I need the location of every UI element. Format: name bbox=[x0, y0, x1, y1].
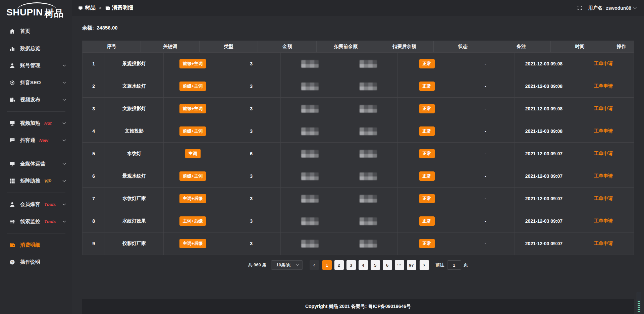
ticket-apply-link[interactable]: 工单申请 bbox=[594, 218, 613, 224]
page-button[interactable]: 3 bbox=[346, 260, 356, 270]
sidebar-item-label: 视频发布 bbox=[20, 97, 40, 103]
table-row: 2 文旅水纹灯 前缀+主词 3 正常 - 2021-12-03 09:08 工单… bbox=[83, 75, 634, 97]
cell-remark: - bbox=[456, 188, 515, 210]
video-camera-icon bbox=[9, 97, 15, 103]
sidebar-item-matrix-boost[interactable]: 矩阵助推 VIP bbox=[0, 172, 72, 190]
balance-value: 24856.00 bbox=[97, 25, 118, 31]
status-badge: 正常 bbox=[419, 149, 435, 158]
sidebar-item-video-heat[interactable]: 视频加热 Hot bbox=[0, 115, 72, 132]
ticket-apply-link[interactable]: 工单申请 bbox=[594, 151, 613, 157]
ticket-apply-link[interactable]: 工单申请 bbox=[594, 106, 613, 112]
cell-keyword: 文旅投影 bbox=[105, 120, 163, 142]
sidebar-item-douketong[interactable]: 抖客通 New bbox=[0, 132, 72, 149]
table-row: 1 景观投影灯 前缀+主词 3 正常 - 2021-12-03 09:08 工单… bbox=[83, 52, 634, 75]
column-header: 扣费后余额 bbox=[375, 41, 433, 52]
chevron-down-icon bbox=[633, 7, 637, 9]
cell-remark: - bbox=[456, 165, 515, 187]
cell-balance-after bbox=[339, 98, 397, 120]
cell-remark: - bbox=[456, 120, 515, 142]
chevron-down-icon bbox=[62, 180, 66, 182]
sidebar-item-account-management[interactable]: 账号管理 bbox=[0, 57, 72, 74]
tools-tag: Tools bbox=[44, 202, 56, 207]
sidebar-item-video-publish[interactable]: 视频发布 bbox=[0, 91, 72, 108]
cell-type: 主词+后缀 bbox=[164, 232, 222, 255]
chevron-down-icon bbox=[62, 220, 66, 223]
page-button[interactable]: 2 bbox=[334, 260, 344, 270]
sidebar-item-instructions[interactable]: ? 操作说明 bbox=[0, 254, 72, 271]
cell-time: 2021-12-03 09:07 bbox=[515, 210, 573, 232]
app-logo[interactable]: SHUPIN 树品 bbox=[0, 0, 72, 20]
pagination: 共 969 条 10条/页 ‹ 1 2 3 4 5 bbox=[82, 260, 634, 270]
user-menu[interactable]: 用户名: zswodun88 bbox=[588, 5, 637, 11]
bar-chart-icon bbox=[9, 46, 15, 52]
grid-icon bbox=[9, 178, 15, 184]
cell-balance-before bbox=[281, 75, 339, 97]
redacted-balance-before bbox=[301, 195, 319, 203]
cell-keyword: 水纹灯厂家 bbox=[105, 188, 163, 210]
cell-type: 主词+后缀 bbox=[164, 188, 222, 210]
ticket-apply-link[interactable]: 工单申请 bbox=[594, 61, 613, 67]
type-badge: 主词+后缀 bbox=[179, 216, 206, 226]
breadcrumb-root[interactable]: 树品 bbox=[78, 4, 96, 11]
page-buttons: 1 2 3 4 5 6 ••• 97 bbox=[322, 260, 416, 270]
monitor-icon bbox=[78, 6, 83, 10]
username-value: zswodun88 bbox=[606, 5, 631, 11]
chat-icon bbox=[9, 138, 15, 144]
page-button[interactable]: ••• bbox=[395, 260, 404, 270]
ticket-apply-link[interactable]: 工单申请 bbox=[594, 128, 613, 134]
cell-index: 3 bbox=[83, 98, 105, 120]
sidebar-item-douyin-seo[interactable]: 抖音SEO bbox=[0, 74, 72, 91]
status-badge: 正常 bbox=[419, 216, 435, 226]
page-button[interactable]: 97 bbox=[407, 260, 416, 270]
redacted-balance-after bbox=[360, 217, 377, 225]
gear-icon bbox=[9, 80, 15, 86]
sidebar-item-all-media-operation[interactable]: 全媒体运营 bbox=[0, 155, 72, 172]
breadcrumb: 树品 > 消费明细 bbox=[78, 4, 133, 11]
cell-amount: 3 bbox=[222, 98, 280, 120]
page-button[interactable]: 6 bbox=[383, 260, 392, 270]
cell-status: 正常 bbox=[398, 165, 456, 187]
cell-amount: 3 bbox=[222, 188, 280, 210]
cell-status: 正常 bbox=[398, 75, 456, 97]
vip-tag: VIP bbox=[44, 178, 51, 184]
question-circle-icon: ? bbox=[9, 259, 15, 265]
page-button[interactable]: 5 bbox=[371, 260, 380, 270]
prev-page-button[interactable]: ‹ bbox=[310, 260, 319, 270]
page-size-select[interactable]: 10条/页 bbox=[271, 260, 303, 270]
sidebar-item-member-baoke[interactable]: 会员爆客 Tools bbox=[0, 196, 72, 213]
cell-action: 工单申请 bbox=[573, 210, 634, 232]
cell-balance-before bbox=[281, 53, 339, 75]
sidebar: SHUPIN 树品 首页 数据总览 账号管理 抖音SEO bbox=[0, 0, 72, 314]
sidebar-item-home[interactable]: 首页 bbox=[0, 23, 72, 40]
type-badge: 前缀+主词 bbox=[179, 126, 206, 136]
status-badge: 正常 bbox=[419, 82, 435, 91]
status-badge: 正常 bbox=[419, 126, 435, 136]
column-header: 时间 bbox=[551, 41, 609, 52]
sidebar-item-consumption-detail[interactable]: 消费明细 bbox=[0, 237, 72, 254]
sidebar-item-data-overview[interactable]: 数据总览 bbox=[0, 40, 72, 57]
sidebar-divider bbox=[7, 193, 65, 193]
cell-remark: - bbox=[456, 143, 515, 165]
ticket-apply-link[interactable]: 工单申请 bbox=[594, 83, 613, 89]
column-header: 备注 bbox=[492, 41, 550, 52]
page-button[interactable]: 4 bbox=[359, 260, 368, 270]
status-badge: 正常 bbox=[419, 194, 435, 203]
fullscreen-icon[interactable] bbox=[577, 5, 582, 10]
table-header-row: 序号 关键词 类型 金额 扣费前余额 扣费后余额 状态 备注 时间 bbox=[83, 41, 634, 52]
cell-balance-after bbox=[339, 143, 397, 165]
ticket-apply-link[interactable]: 工单申请 bbox=[594, 241, 613, 247]
next-page-button[interactable]: › bbox=[420, 260, 429, 270]
topbar: 树品 > 消费明细 用户名: zswodun88 bbox=[72, 0, 644, 16]
sidebar-item-lead-monitor[interactable]: 线索监控 Tools bbox=[0, 213, 72, 230]
cell-time: 2021-12-03 09:08 bbox=[515, 98, 573, 120]
cell-balance-after bbox=[339, 120, 397, 142]
cell-keyword: 投影灯厂家 bbox=[105, 232, 163, 255]
breadcrumb-current[interactable]: 消费明细 bbox=[105, 4, 133, 11]
table-row: 4 文旅投影 前缀+主词 3 正常 - 2021-12-03 09:08 工单申… bbox=[83, 120, 634, 142]
ticket-apply-link[interactable]: 工单申请 bbox=[594, 173, 613, 179]
chevron-down-icon bbox=[296, 264, 299, 266]
page-button[interactable]: 1 bbox=[322, 260, 332, 270]
cell-time: 2021-12-03 09:08 bbox=[515, 75, 573, 97]
goto-page-input[interactable] bbox=[447, 260, 461, 270]
ticket-apply-link[interactable]: 工单申请 bbox=[594, 196, 613, 202]
